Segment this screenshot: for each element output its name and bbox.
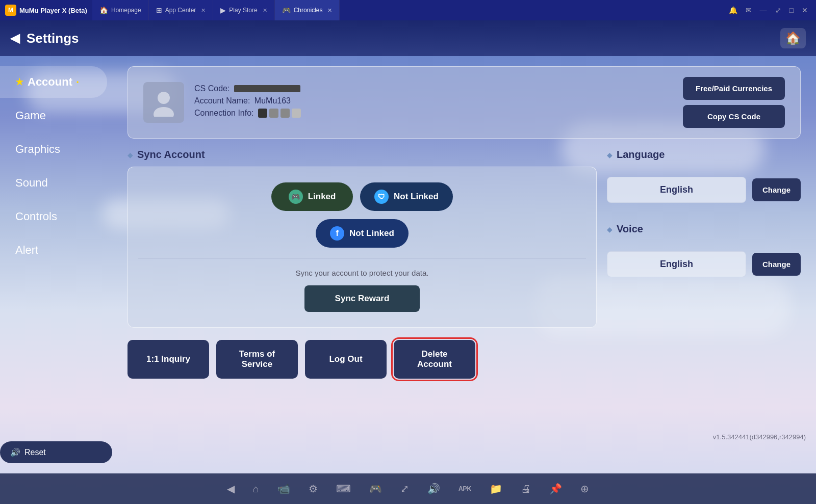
back-arrow-icon: ◀	[10, 31, 19, 45]
taskbar-folder-icon[interactable]: 📁	[486, 480, 506, 498]
voice-row: English Change	[607, 251, 801, 277]
taskbar-resize-icon[interactable]: ⤢	[396, 480, 413, 498]
taskbar-add-icon[interactable]: ⊕	[576, 480, 593, 498]
voice-change-button[interactable]: Change	[752, 253, 801, 276]
taskbar-back-icon[interactable]: ◀	[223, 480, 239, 498]
restore-icon[interactable]: □	[787, 5, 796, 15]
home-icon: 🏠	[785, 31, 801, 45]
sync-buttons-row: 🎮 Linked 🛡 Not Linked	[271, 182, 453, 211]
version-text: v1.5.342441(d342996,r342994)	[713, 433, 806, 441]
account-buttons: Free/Paid Currencies Copy CS Code	[683, 77, 785, 128]
voice-title: Voice	[617, 223, 643, 235]
avatar	[143, 82, 184, 123]
dot-gray2	[280, 109, 290, 118]
taskbar-settings-icon[interactable]: ⚙	[304, 480, 322, 498]
app-icon: M	[5, 5, 16, 16]
back-button[interactable]: ◀ Settings	[10, 31, 79, 46]
reset-button[interactable]: 🔊 Reset	[0, 441, 112, 463]
appcenter-tab-icon: ⊞	[156, 6, 162, 14]
taskbar-camera-icon[interactable]: 📹	[273, 480, 294, 498]
tab-appcenter[interactable]: ⊞ App Center ✕	[149, 0, 214, 20]
taskbar-keyboard-icon[interactable]: ⌨	[332, 480, 355, 498]
language-change-button[interactable]: Change	[752, 178, 801, 201]
delete-account-button[interactable]: Delete Account	[394, 340, 475, 379]
account-name-line: Account Name: MuMu163	[194, 96, 673, 105]
dot-light	[292, 109, 301, 118]
sidebar-item-account[interactable]: ★ Account •	[0, 66, 107, 98]
close-icon[interactable]: ✕	[800, 5, 810, 15]
shield-sync-button[interactable]: 🛡 Not Linked	[360, 182, 453, 211]
app-name: MuMu Player X (Beta)	[19, 7, 87, 14]
homepage-tab-label: Homepage	[111, 7, 141, 14]
appcenter-tab-close[interactable]: ✕	[201, 7, 206, 14]
account-name-value: MuMu163	[254, 96, 291, 105]
mail-icon[interactable]: ✉	[744, 5, 754, 15]
taskbar-gamepad-icon[interactable]: 🎮	[365, 480, 386, 498]
sidebar-item-game-label: Game	[15, 109, 46, 122]
bottom-actions: 1:1 Inquiry Terms of Service Log Out Del…	[128, 340, 801, 379]
sidebar-item-graphics[interactable]: Graphics	[0, 134, 107, 165]
currencies-button[interactable]: Free/Paid Currencies	[683, 77, 785, 100]
terms-button[interactable]: Terms of Service	[216, 340, 298, 379]
homepage-tab-icon: 🏠	[99, 6, 108, 14]
tabs-area: 🏠 Homepage ⊞ App Center ✕ ▶ Play Store ✕…	[92, 0, 721, 20]
page-title: Settings	[27, 31, 79, 46]
playstore-tab-icon: ▶	[220, 6, 226, 14]
taskbar-pin-icon[interactable]: 📌	[545, 480, 566, 498]
taskbar-volume-icon[interactable]: 🔊	[423, 480, 444, 498]
tab-chronicles[interactable]: 🎮 Chronicles ✕	[275, 0, 340, 20]
taskbar-print-icon[interactable]: 🖨	[517, 480, 535, 498]
dot-dark	[258, 109, 267, 118]
shield-sync-label: Not Linked	[394, 192, 439, 202]
sidebar-item-account-label: Account	[28, 75, 72, 89]
voice-value: English	[607, 251, 746, 277]
content-area: CS Code: Account Name: MuMu163 Connectio…	[112, 56, 816, 473]
sync-diamond-icon: ◆	[128, 151, 133, 159]
chronicles-tab-close[interactable]: ✕	[327, 7, 332, 14]
taskbar-apk-icon[interactable]: APK	[454, 482, 475, 495]
chronicles-tab-label: Chronicles	[294, 7, 323, 14]
sidebar-item-game[interactable]: Game	[0, 100, 107, 131]
chronicles-tab-icon: 🎮	[282, 6, 291, 14]
inquiry-button[interactable]: 1:1 Inquiry	[128, 340, 209, 379]
playstore-tab-close[interactable]: ✕	[263, 7, 267, 14]
sidebar: ★ Account • Game Graphics Sound Controls…	[0, 56, 112, 473]
reset-label: Reset	[24, 448, 46, 457]
sidebar-item-controls[interactable]: Controls	[0, 201, 107, 232]
gamepad-icon: 🎮	[289, 190, 303, 204]
two-column-layout: ◆ Sync Account 🎮 Linked 🛡 Not Linked	[128, 149, 801, 328]
sidebar-item-graphics-label: Graphics	[15, 143, 60, 156]
svg-point-1	[154, 107, 174, 117]
home-button[interactable]: 🏠	[780, 28, 806, 48]
sidebar-item-sound-label: Sound	[15, 176, 48, 190]
sync-buttons-row2: f Not Linked	[316, 219, 409, 248]
copy-cs-button[interactable]: Copy CS Code	[683, 105, 785, 128]
logout-button[interactable]: Log Out	[305, 340, 387, 379]
dot-gray	[269, 109, 278, 118]
sidebar-item-alert-label: Alert	[15, 244, 38, 257]
gamepad-sync-button[interactable]: 🎮 Linked	[271, 182, 353, 211]
sync-card: 🎮 Linked 🛡 Not Linked f Not Link	[128, 167, 597, 328]
tab-playstore[interactable]: ▶ Play Store ✕	[213, 0, 274, 20]
sidebar-item-sound[interactable]: Sound	[0, 167, 107, 199]
app-logo: M MuMu Player X (Beta)	[0, 5, 92, 16]
facebook-icon: f	[330, 226, 344, 241]
account-info: CS Code: Account Name: MuMu163 Connectio…	[194, 84, 673, 121]
sync-section: ◆ Sync Account 🎮 Linked 🛡 Not Linked	[128, 149, 597, 328]
sync-description: Sync your account to protect your data.	[296, 269, 429, 277]
minimize-icon[interactable]: —	[758, 5, 769, 15]
sidebar-item-alert[interactable]: Alert	[0, 234, 107, 266]
taskbar: ◀ ⌂ 📹 ⚙ ⌨ 🎮 ⤢ 🔊 APK 📁 🖨 📌 ⊕	[0, 473, 816, 504]
taskbar-home-icon[interactable]: ⌂	[249, 480, 263, 498]
notification-icon[interactable]: 🔔	[727, 5, 740, 15]
connection-dots	[258, 109, 301, 118]
language-value: English	[607, 177, 746, 203]
playstore-tab-label: Play Store	[229, 7, 257, 14]
connection-label: Connection Info:	[194, 109, 254, 117]
sync-section-title: Sync Account	[137, 149, 205, 161]
maximize-icon[interactable]: ⤢	[773, 5, 783, 15]
sync-reward-button[interactable]: Sync Reward	[304, 285, 420, 312]
facebook-sync-button[interactable]: f Not Linked	[316, 219, 409, 248]
connection-line: Connection Info:	[194, 109, 673, 118]
tab-homepage[interactable]: 🏠 Homepage	[92, 0, 149, 20]
